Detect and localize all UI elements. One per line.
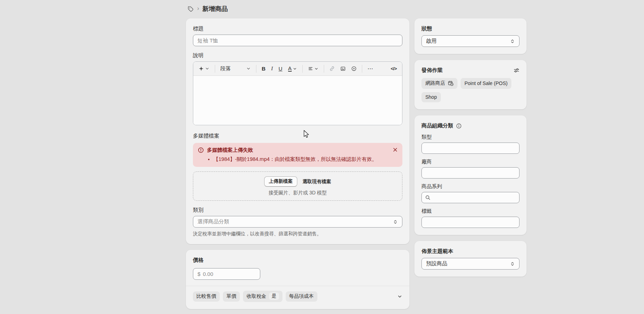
media-label: 多媒體檔案	[193, 133, 402, 139]
category-placeholder: 選擇商品分類	[198, 218, 229, 225]
theme-template-heading: 佈景主題範本	[421, 248, 520, 255]
breadcrumb: › 新增商品	[187, 5, 228, 13]
unit-price-chip[interactable]: 單價	[223, 291, 240, 302]
media-dropzone[interactable]: 上傳新檔案 選取現有檔案 接受圖片、影片或 3D 模型	[193, 171, 402, 201]
publishing-card: 發佈作業 網路商店 Point of Sale (POS) Shop	[414, 60, 527, 109]
more-options-button[interactable]: ⋯	[366, 64, 375, 73]
price-field[interactable]: $	[193, 268, 260, 280]
show-html-button[interactable]: </>	[389, 65, 399, 73]
currency-prefix: $	[198, 271, 200, 277]
theme-template-card: 佈景主題範本 預設商品	[414, 241, 527, 277]
add-product-page: { "colors": { "page_bg": "#e3e3e3", "car…	[0, 0, 644, 314]
updown-chevron-icon	[393, 219, 398, 224]
pricing-card: 價格 $ 比較售價 單價 收取稅金 是 每品項成本	[186, 250, 409, 309]
collections-search-input[interactable]	[421, 192, 520, 203]
vendor-label: 廠商	[421, 158, 520, 165]
alert-circle-icon	[198, 147, 204, 153]
image-icon	[340, 66, 346, 71]
title-label: 標題	[193, 25, 402, 32]
error-title: 多媒體檔案上傳失敗	[207, 147, 253, 153]
toolbar-divider	[215, 65, 215, 73]
toolbar-divider	[256, 65, 256, 73]
sales-channels: 網路商店 Point of Sale (POS) Shop	[421, 78, 520, 102]
italic-button[interactable]: I	[269, 64, 275, 73]
type-label: 類型	[421, 134, 520, 140]
paragraph-style-dropdown[interactable]: 段落	[219, 64, 253, 73]
theme-template-select[interactable]: 預設商品	[421, 258, 520, 270]
chevron-down-icon	[293, 67, 297, 71]
theme-template-value: 預設商品	[426, 260, 447, 267]
publishing-heading: 發佈作業	[421, 67, 443, 74]
underline-button[interactable]: U	[277, 64, 284, 73]
alignment-button[interactable]	[306, 65, 320, 73]
main-column: 標題 說明 段落 B I U A	[186, 18, 409, 314]
organization-heading: 商品組織分類	[421, 122, 453, 129]
divider	[186, 286, 409, 286]
sliders-icon[interactable]	[514, 67, 520, 73]
side-column: 狀態 啟用 發佈作業 網路商店 Point of Sale (POS) Shop…	[414, 18, 527, 277]
close-icon[interactable]	[392, 147, 398, 153]
chevron-down-icon	[246, 66, 251, 71]
tags-input[interactable]	[421, 217, 520, 228]
updown-chevron-icon	[510, 261, 515, 266]
error-detail: 【1984】-關於1984.mp4：由於檔案類型無效，所以無法確認影片有效。	[213, 156, 397, 163]
breadcrumb-separator: ›	[197, 5, 199, 12]
play-circle-icon	[351, 66, 357, 71]
charge-tax-label: 收取稅金	[247, 293, 266, 300]
toolbar-divider	[302, 65, 303, 73]
media-upload-error-banner: 多媒體檔案上傳失敗 【1984】-關於1984.mp4：由於檔案類型無效，所以無…	[193, 143, 402, 167]
chevron-down-icon	[314, 67, 318, 71]
calendar-clock-icon	[448, 80, 454, 86]
editor-toolbar: 段落 B I U A	[193, 62, 402, 76]
select-existing-file-button[interactable]: 選取現有檔案	[303, 179, 331, 185]
pricing-options-row: 比較售價 單價 收取稅金 是 每品項成本	[193, 291, 402, 302]
charge-tax-chip[interactable]: 收取稅金 是	[243, 291, 282, 302]
bold-button[interactable]: B	[260, 64, 267, 73]
channel-pos-chip[interactable]: Point of Sale (POS)	[461, 78, 511, 89]
organization-card: 商品組織分類 類型 廠商 商品系列 標籤	[414, 115, 527, 235]
title-input[interactable]	[193, 35, 402, 46]
category-select[interactable]: 選擇商品分類	[193, 216, 402, 228]
page-title: 新增商品	[202, 5, 228, 13]
insert-link-button[interactable]	[328, 65, 336, 73]
ai-assist-button[interactable]	[197, 65, 211, 73]
channel-online-store-chip[interactable]: 網路商店	[421, 78, 457, 89]
description-editor: 段落 B I U A	[193, 61, 402, 125]
toolbar-divider	[362, 65, 362, 73]
align-icon	[308, 66, 313, 71]
tag-icon[interactable]	[187, 6, 194, 12]
channel-shop-chip[interactable]: Shop	[421, 92, 441, 102]
chevron-down-icon	[205, 66, 209, 71]
price-input[interactable]	[203, 271, 256, 277]
status-card: 狀態 啟用	[414, 18, 527, 54]
channel-label: 網路商店	[425, 80, 445, 86]
upload-new-file-button[interactable]: 上傳新檔案	[264, 176, 297, 187]
search-icon	[425, 195, 431, 200]
toolbar-divider	[324, 65, 324, 73]
paragraph-style-label: 段落	[220, 65, 231, 72]
sparkle-icon	[199, 66, 204, 71]
cost-per-item-chip[interactable]: 每品項成本	[286, 291, 317, 302]
status-value: 啟用	[426, 38, 437, 44]
chevron-down-icon[interactable]	[397, 294, 402, 299]
compare-at-price-chip[interactable]: 比較售價	[193, 291, 220, 302]
status-select[interactable]: 啟用	[421, 35, 520, 47]
category-label: 類別	[193, 207, 402, 213]
info-icon[interactable]	[456, 123, 462, 129]
media-hint: 接受圖片、影片或 3D 模型	[193, 190, 402, 196]
text-color-button[interactable]: A	[286, 64, 299, 73]
charge-tax-value: 是	[269, 292, 279, 300]
type-input[interactable]	[421, 143, 520, 154]
collections-label: 商品系列	[421, 183, 520, 190]
category-help-text: 決定稅率並新增中繼欄位，以改善搜尋、篩選和跨管道銷售。	[193, 231, 402, 237]
insert-image-button[interactable]	[339, 65, 347, 73]
description-textarea[interactable]	[193, 76, 402, 125]
tags-label: 標籤	[421, 208, 520, 215]
vendor-input[interactable]	[421, 167, 520, 179]
description-label: 說明	[193, 52, 402, 59]
link-icon	[329, 66, 335, 71]
insert-video-button[interactable]	[350, 65, 358, 73]
updown-chevron-icon	[510, 39, 515, 44]
status-label: 狀態	[421, 25, 520, 32]
pricing-heading: 價格	[193, 257, 402, 264]
